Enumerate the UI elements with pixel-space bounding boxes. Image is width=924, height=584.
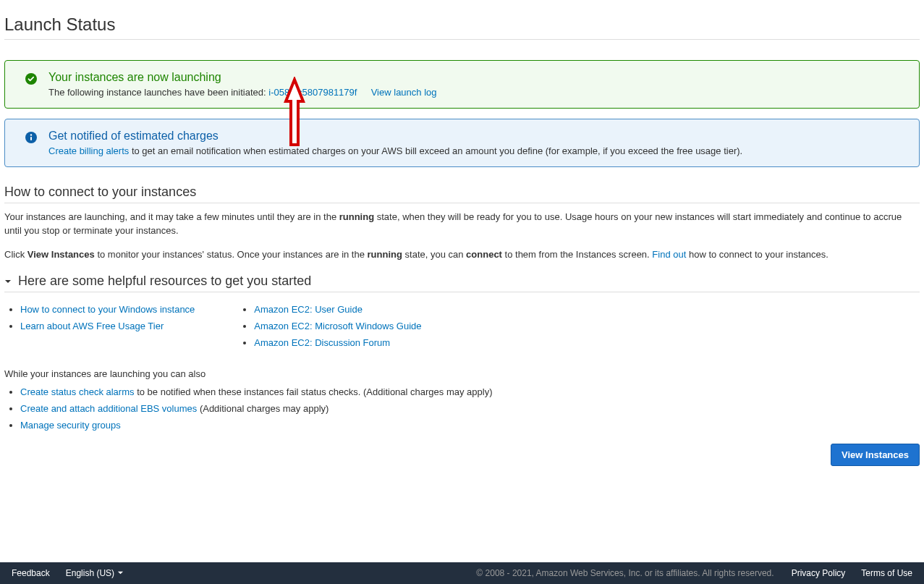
create-ebs-volumes-link[interactable]: Create and attach additional EBS volumes bbox=[20, 403, 197, 414]
connect-para-1: Your instances are launching, and it may… bbox=[4, 211, 920, 238]
svg-rect-2 bbox=[30, 137, 32, 140]
view-instances-button[interactable]: View Instances bbox=[831, 444, 920, 466]
success-body-prefix: The following instance launches have bee… bbox=[48, 87, 268, 98]
svg-point-3 bbox=[30, 134, 32, 135]
resources-col-1: How to connect to your Windows instance … bbox=[4, 304, 195, 354]
info-circle-icon bbox=[25, 132, 37, 145]
resource-link[interactable]: Learn about AWS Free Usage Tier bbox=[20, 321, 164, 331]
list-item: Create status check alarms to be notifie… bbox=[20, 386, 920, 397]
while-launching-list: Create status check alarms to be notifie… bbox=[4, 386, 920, 431]
list-item: Amazon EC2: Discussion Forum bbox=[254, 337, 421, 348]
list-item: Learn about AWS Free Usage Tier bbox=[20, 321, 195, 331]
list-item: Create and attach additional EBS volumes… bbox=[20, 403, 920, 414]
success-title: Your instances are now launching bbox=[48, 71, 906, 84]
list-item: Amazon EC2: User Guide bbox=[254, 304, 421, 315]
list-item: How to connect to your Windows instance bbox=[20, 304, 195, 315]
list-item: Amazon EC2: Microsoft Windows Guide bbox=[254, 321, 421, 331]
create-billing-alerts-link[interactable]: Create billing alerts bbox=[48, 145, 129, 156]
manage-security-groups-link[interactable]: Manage security groups bbox=[20, 420, 121, 431]
resource-link[interactable]: Amazon EC2: Discussion Forum bbox=[254, 337, 390, 348]
view-launch-log-link[interactable]: View launch log bbox=[371, 87, 437, 98]
list-item: Manage security groups bbox=[20, 420, 920, 431]
info-title: Get notified of estimated charges bbox=[48, 130, 906, 143]
resource-link[interactable]: Amazon EC2: User Guide bbox=[254, 304, 363, 315]
connect-para-2: Click View Instances to monitor your ins… bbox=[4, 248, 920, 262]
page-title: Launch Status bbox=[4, 14, 920, 35]
connect-section-title: How to connect to your instances bbox=[4, 185, 920, 200]
instance-id-link[interactable]: i-0588fc5807981179f bbox=[268, 87, 357, 98]
info-body-suffix: to get an email notification when estima… bbox=[132, 145, 742, 156]
while-launching-intro: While your instances are launching you c… bbox=[4, 368, 920, 379]
resources-divider bbox=[4, 292, 920, 292]
title-divider bbox=[4, 39, 920, 40]
resource-link[interactable]: How to connect to your Windows instance bbox=[20, 304, 195, 315]
check-circle-icon bbox=[25, 73, 37, 87]
caret-down-icon bbox=[4, 274, 12, 289]
launch-success-alert: Your instances are now launching The fol… bbox=[4, 60, 920, 109]
create-status-alarms-link[interactable]: Create status check alarms bbox=[20, 386, 135, 397]
resources-header[interactable]: Here are some helpful resources to get y… bbox=[4, 274, 920, 289]
resources-col-2: Amazon EC2: User Guide Amazon EC2: Micro… bbox=[238, 304, 421, 354]
section-divider bbox=[4, 203, 920, 203]
find-out-link[interactable]: Find out bbox=[652, 249, 686, 260]
resources-header-text: Here are some helpful resources to get y… bbox=[18, 274, 311, 288]
billing-info-alert: Get notified of estimated charges Create… bbox=[4, 119, 920, 167]
resource-link[interactable]: Amazon EC2: Microsoft Windows Guide bbox=[254, 321, 421, 331]
